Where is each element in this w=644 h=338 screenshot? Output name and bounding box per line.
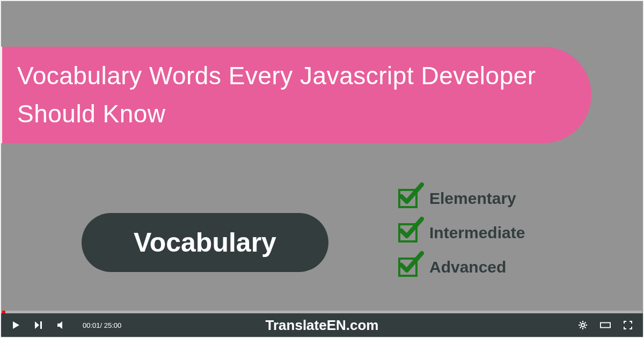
title-banner: Vocabulary Words Every Javascript Develo… [1,47,591,143]
controls-left: 00:01/ 25:00 [11,320,121,330]
checkmark-icon [398,250,424,276]
level-item: Advanced [398,258,525,277]
current-time: 00:01 [83,321,100,329]
play-icon[interactable] [11,320,21,330]
volume-icon[interactable] [56,320,67,330]
svg-line-9 [585,322,586,324]
svg-line-8 [580,327,581,328]
vocabulary-pill: Vocabulary [82,213,328,272]
gear-icon[interactable] [577,320,588,330]
level-list: Elementary Intermediate Advanced [398,189,525,277]
controls-right [577,320,633,330]
level-label: Elementary [429,189,516,208]
fullscreen-icon[interactable] [623,320,633,330]
theater-icon[interactable] [600,320,611,330]
checkmark-icon [398,216,424,241]
vocabulary-label: Vocabulary [134,227,276,258]
site-name: TranslateEN.com [266,317,379,334]
svg-rect-0 [40,321,42,329]
level-item: Elementary [398,189,525,208]
svg-point-1 [581,324,584,327]
level-label: Intermediate [429,224,525,242]
svg-line-7 [585,327,586,328]
page-title: Vocabulary Words Every Javascript Develo… [17,57,570,134]
video-thumbnail: Vocabulary Words Every Javascript Develo… [0,0,644,338]
svg-line-6 [580,322,581,324]
level-label: Advanced [429,258,506,276]
checkbox-icon [398,258,418,277]
time-separator: / [100,321,104,329]
svg-rect-10 [601,322,610,327]
checkmark-icon [398,181,424,207]
next-icon[interactable] [33,320,44,330]
time-display: 00:01/ 25:00 [83,321,121,329]
level-item: Intermediate [398,223,525,243]
checkbox-icon [398,223,418,243]
player-controls: 00:01/ 25:00 TranslateEN.com [1,313,643,337]
checkbox-icon [398,189,418,208]
total-time: 25:00 [104,321,122,329]
